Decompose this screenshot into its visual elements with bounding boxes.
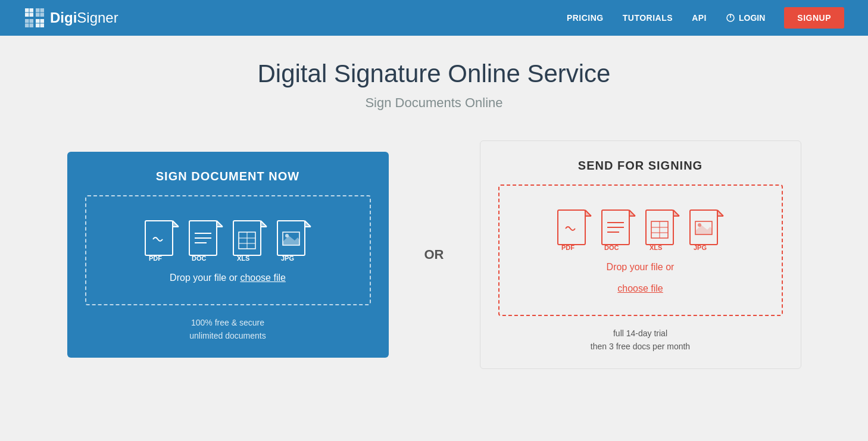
nav: PRICING TUTORIALS API LOGIN SIGNUP: [567, 7, 844, 29]
send-drop-text: Drop your file or: [607, 262, 675, 273]
or-divider: OR: [389, 247, 480, 262]
sign-drop-zone[interactable]: PDF DOC: [85, 195, 371, 305]
svg-text:XLS: XLS: [650, 244, 662, 251]
send-card-title: SEND FOR SIGNING: [498, 159, 783, 173]
sign-file-icons: PDF DOC: [145, 220, 311, 262]
logo-text: DigiSigner: [50, 10, 118, 26]
sign-choose-file[interactable]: choose file: [240, 273, 286, 283]
cards-row: SIGN DOCUMENT NOW PDF: [47, 140, 821, 369]
nav-pricing[interactable]: PRICING: [567, 13, 604, 23]
send-file-icons: PDF DOC: [557, 209, 724, 251]
send-jpg-icon: JPG: [689, 209, 724, 251]
jpg-icon: JPG: [277, 220, 311, 262]
hero-subtitle: Sign Documents Online: [36, 95, 832, 111]
send-drop-zone[interactable]: PDF DOC: [498, 184, 783, 316]
svg-text:DOC: DOC: [604, 244, 619, 251]
logo-icon: [24, 7, 45, 29]
pdf-icon: PDF: [145, 220, 179, 262]
send-xls-icon: XLS: [645, 209, 680, 251]
doc-icon: DOC: [189, 220, 223, 262]
sign-card: SIGN DOCUMENT NOW PDF: [67, 152, 389, 358]
svg-text:JPG: JPG: [694, 244, 707, 251]
hero-title: Digital Signature Online Service: [36, 60, 832, 88]
sign-drop-text: Drop your file or choose file: [170, 273, 286, 283]
nav-login[interactable]: LOGIN: [726, 13, 765, 23]
send-doc-icon: DOC: [601, 209, 636, 251]
send-pdf-icon: PDF: [557, 209, 592, 251]
sign-card-footer: 100% free & secure unlimited documents: [85, 316, 371, 343]
main-content: Digital Signature Online Service Sign Do…: [0, 36, 868, 441]
send-card: SEND FOR SIGNING PDF: [480, 140, 801, 369]
logo[interactable]: DigiSigner: [24, 7, 118, 29]
svg-text:PDF: PDF: [149, 255, 162, 262]
svg-text:DOC: DOC: [192, 255, 207, 262]
send-choose-file[interactable]: choose file: [617, 283, 663, 294]
svg-rect-14: [145, 221, 173, 255]
send-card-footer: full 14-day trial then 3 free docs per m…: [498, 327, 783, 354]
svg-text:XLS: XLS: [237, 255, 249, 262]
power-icon: [726, 13, 735, 23]
svg-text:JPG: JPG: [281, 255, 294, 262]
header: DigiSigner PRICING TUTORIALS API LOGIN S…: [0, 0, 868, 36]
nav-tutorials[interactable]: TUTORIALS: [623, 13, 673, 23]
nav-api[interactable]: API: [692, 13, 707, 23]
signup-button[interactable]: SIGNUP: [784, 7, 844, 29]
svg-rect-47: [558, 210, 585, 245]
sign-card-title: SIGN DOCUMENT NOW: [85, 170, 371, 183]
xls-icon: XLS: [233, 220, 267, 262]
svg-text:PDF: PDF: [561, 244, 574, 251]
